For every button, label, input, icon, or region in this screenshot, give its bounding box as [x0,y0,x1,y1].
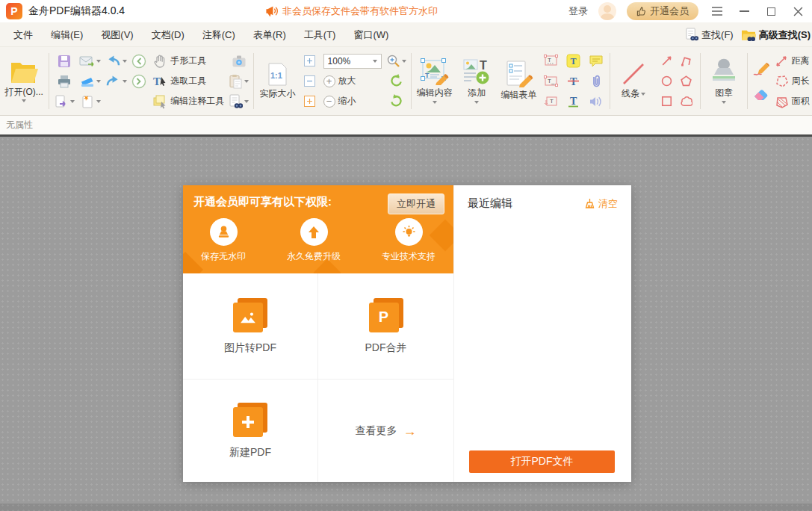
actual-size-button[interactable]: 1:1 实际大小 [256,49,298,113]
menu-window[interactable]: 窗口(W) [344,22,397,47]
feature-label: 保存无水印 [201,250,246,263]
line-icon [622,62,645,86]
email-button[interactable] [79,51,101,71]
recent-header: 最近编辑 清空 [468,196,618,211]
rotate-right-button[interactable] [386,91,406,111]
paste-button[interactable] [229,71,249,91]
loupe-zoom-button[interactable] [386,51,406,71]
square-shape-button[interactable] [660,95,673,108]
menu-hamburger-icon[interactable] [709,3,725,19]
save-button[interactable] [54,51,75,71]
open-pdf-file-button[interactable]: 打开PDF文件 [469,450,615,473]
text-field-arrow-button[interactable]: T [542,91,560,111]
zoom-out-button[interactable]: − 缩小 [323,91,382,111]
actual-size-icon: 1:1 [267,63,288,86]
distance-tool-button[interactable]: 距离 [775,51,808,71]
text-field-grid-button[interactable]: T [542,51,560,71]
scan-button[interactable] [79,71,101,91]
text-select-icon: T [152,75,167,88]
print-button[interactable] [54,71,75,91]
maximize-button[interactable] [763,3,779,19]
redo-button[interactable] [105,71,127,91]
view-more-button[interactable]: 查看更多 → [318,380,453,482]
eraser-tool-button[interactable] [752,81,770,107]
zoom-level-select[interactable]: 100% [323,54,382,69]
find-button[interactable]: 查找(F) [685,28,734,42]
upgrade-arrow-icon [300,218,328,246]
menu-edit[interactable]: 编辑(E) [42,22,92,47]
vip-button[interactable]: 开通会员 [627,2,698,20]
undo-button[interactable] [105,51,127,71]
snapshot-button[interactable] [229,51,249,71]
previous-view-button[interactable] [130,51,148,71]
toolbar-divider [253,53,254,109]
next-view-button[interactable] [130,71,148,91]
stamp-button[interactable]: 图章 [703,49,745,113]
new-pdf-button[interactable]: 新建PDF [183,380,318,482]
toolbar-divider [747,53,748,109]
area-tool-button[interactable]: 面积 [775,91,808,111]
app-title: 金舟PDF编辑器4.0.4 [28,4,125,18]
search-document-button[interactable] [229,91,249,111]
fit-visible-button[interactable] [301,91,319,111]
menu-document[interactable]: 文档(D) [143,22,193,47]
menu-file[interactable]: 文件 [4,22,42,47]
polyline-shape-button[interactable] [680,55,692,67]
text-field-single-button[interactable]: T_ [542,71,560,91]
perimeter-icon [775,75,788,88]
export-button[interactable] [54,91,75,111]
draw-column [750,49,772,113]
advanced-find-button[interactable]: 高级查找(S) [741,28,811,42]
attachment-button[interactable] [587,71,605,91]
fit-page-button[interactable] [301,51,319,71]
clear-recent-button[interactable]: 清空 [584,197,618,211]
pentagon-shape-button[interactable] [680,75,692,87]
perimeter-tool-button[interactable]: 周长 [775,71,808,91]
menu-tools[interactable]: 工具(T) [295,22,345,47]
menu-form[interactable]: 表单(R) [244,22,295,47]
sound-button[interactable] [587,91,605,111]
avatar[interactable] [598,2,616,20]
open-folder-icon [9,60,39,85]
menu-comment[interactable]: 注释(C) [193,22,244,47]
svg-text:T_: T_ [548,78,555,84]
rotate-left-button[interactable] [386,71,406,91]
svg-text:1:1: 1:1 [270,71,282,80]
vip-button-label: 开通会员 [650,4,689,18]
line-tool-button[interactable]: 线条 [613,49,654,113]
zoom-in-button[interactable]: + 放大 [323,71,382,91]
open-caret-icon [22,99,26,102]
activate-now-button[interactable]: 立即开通 [388,193,444,214]
strikethrough-text-button[interactable]: T [565,71,583,91]
add-button[interactable]: T 添加 [456,49,498,113]
fit-column [299,49,321,113]
hand-tool-button[interactable]: 手形工具 [152,51,224,71]
fit-width-button[interactable] [301,71,319,91]
minimize-button[interactable] [736,3,752,19]
open-file-button[interactable]: 打开(O)... [1,49,46,113]
svg-text:T: T [550,98,554,105]
svg-text:T: T [570,96,577,107]
edit-annotation-tool-button[interactable]: 编辑注释工具 [152,91,224,111]
pdf-merge-button[interactable]: P PDF合并 [318,273,453,380]
vip-features: 保存无水印 永久免费升级 专业技术支持 [193,218,443,263]
svg-text:T: T [425,72,430,79]
image-to-pdf-button[interactable]: 图片转PDF [183,273,318,380]
close-button[interactable] [790,3,806,19]
welcome-left-pane: 开通会员即可享有以下权限: 立即开通 保存无水印 永久免费升级 [183,185,454,482]
edit-form-button[interactable]: 编辑表单 [498,49,539,113]
highlight-text-button[interactable]: T [565,51,583,71]
note-button[interactable] [587,51,605,71]
select-tool-button[interactable]: T 选取工具 [152,71,224,91]
pdf-merge-icon: P [369,298,403,332]
new-document-button[interactable] [79,91,101,111]
circle-shape-button[interactable] [660,75,673,87]
broom-icon [584,198,595,209]
pencil-tool-button[interactable] [752,56,770,81]
menu-view[interactable]: 视图(V) [92,22,142,47]
login-link[interactable]: 登录 [568,4,588,18]
arrow-shape-button[interactable] [660,55,673,67]
underline-text-button[interactable]: T [565,91,583,111]
edit-content-button[interactable]: T 编辑内容 [414,49,456,113]
cloud-shape-button[interactable] [680,95,692,108]
